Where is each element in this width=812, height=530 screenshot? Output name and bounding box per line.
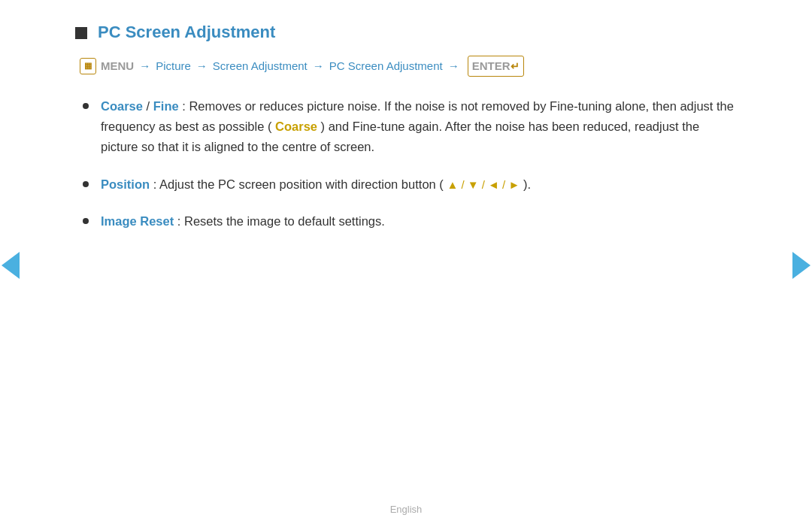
menu-label: MENU (101, 57, 134, 75)
bullet-2-text1: : Adjust the PC screen position with dir… (153, 177, 444, 191)
bullet-3-text1: : Resets the image to default settings. (177, 214, 385, 228)
list-item: Coarse / Fine : Removes or reduces pictu… (83, 96, 737, 158)
breadcrumb-pc-screen-adjustment: PC Screen Adjustment (329, 57, 443, 75)
menu-icon: ▦ (80, 58, 96, 74)
list-item: Position : Adjust the PC screen position… (83, 174, 737, 195)
image-reset-link: Image Reset (101, 214, 174, 228)
fine-link: Fine (153, 99, 179, 113)
enter-icon: ENTER ↵ (468, 56, 524, 77)
bullet-dot-icon (83, 181, 89, 187)
bullet-3-content: Image Reset : Resets the image to defaul… (101, 211, 737, 232)
breadcrumb-arrow-2: → (196, 57, 208, 75)
footer-language: English (390, 504, 423, 515)
bullet-2-text2: ). (523, 177, 531, 191)
enter-label: ENTER (472, 57, 511, 75)
bullet-dot-icon (83, 218, 89, 224)
bullet-dot-icon (83, 103, 89, 109)
list-item: Image Reset : Resets the image to defaul… (83, 211, 737, 232)
position-link: Position (101, 177, 150, 191)
page-title: PC Screen Adjustment (98, 23, 275, 42)
breadcrumb: ▦ MENU → Picture → Screen Adjustment → P… (80, 56, 737, 77)
page-container: PC Screen Adjustment ▦ MENU → Picture → … (0, 0, 812, 530)
title-square-icon (75, 27, 87, 39)
breadcrumb-screen-adjustment: Screen Adjustment (213, 57, 308, 75)
direction-icons: ▲ / ▼ / ◄ / ► (447, 178, 520, 191)
bullet-list: Coarse / Fine : Removes or reduces pictu… (83, 96, 737, 232)
bullet-2-content: Position : Adjust the PC screen position… (101, 174, 737, 195)
content-area: PC Screen Adjustment ▦ MENU → Picture → … (45, 23, 767, 232)
breadcrumb-arrow-4: → (448, 57, 459, 75)
title-row: PC Screen Adjustment (75, 23, 737, 42)
enter-return-icon: ↵ (511, 58, 520, 74)
bullet-1-content: Coarse / Fine : Removes or reduces pictu… (101, 96, 737, 158)
breadcrumb-arrow-3: → (313, 57, 324, 75)
separator-1: / (147, 99, 153, 113)
coarse-link: Coarse (101, 99, 143, 113)
breadcrumb-picture: Picture (156, 57, 191, 75)
coarse-inline-link: Coarse (275, 120, 317, 133)
breadcrumb-arrow-1: → (139, 57, 150, 75)
